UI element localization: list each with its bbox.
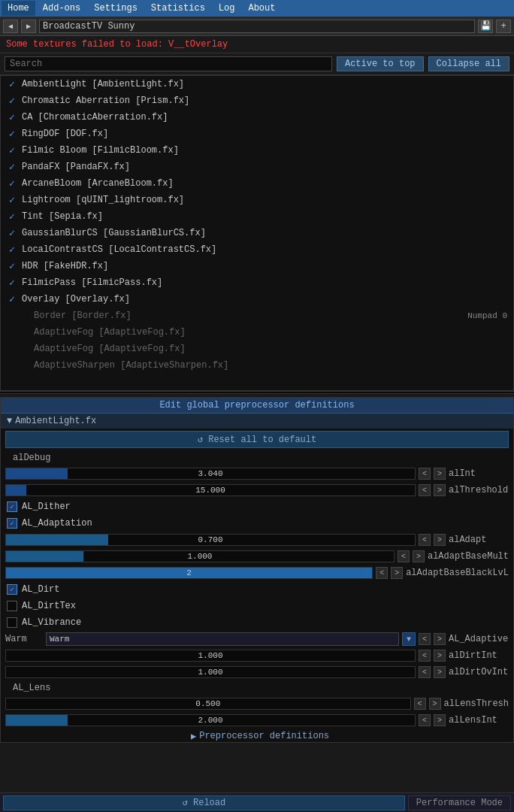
reset-button[interactable]: ↺ Reset all to default [5, 431, 509, 448]
al-adaptation-checkbox[interactable]: ✓ [7, 518, 17, 529]
effect-item[interactable]: ✓FilmicPass [FilmicPass.fx] [1, 274, 513, 291]
menu-statistics[interactable]: Statistics [145, 1, 211, 16]
alDirtOvInt-increment[interactable]: > [434, 666, 446, 678]
effect-name: Lightroom [qUINT_lightroom.fx] [22, 195, 184, 205]
effect-checkbox[interactable]: ✓ [7, 178, 17, 189]
alDirtInt-label: alDirtInt [449, 650, 509, 661]
effect-item[interactable]: Border [Border.fx]Numpad 0 [1, 308, 513, 324]
effect-item[interactable]: ✓LocalContrastCS [LocalContrastCS.fx] [1, 241, 513, 258]
effect-item[interactable]: ✓AmbientLight [AmbientLight.fx] [1, 76, 513, 92]
alDirtInt-increment[interactable]: > [434, 650, 446, 662]
effect-item[interactable]: ✓ArcaneBloom [ArcaneBloom.fx] [1, 175, 513, 192]
alThreshold-increment[interactable]: > [434, 484, 446, 496]
effect-checkbox[interactable]: ✓ [7, 195, 17, 205]
collapse-all-button[interactable]: Collapse all [428, 56, 509, 71]
fx-collapse-icon[interactable]: ▼ [7, 416, 12, 426]
alThreshold-decrement[interactable]: < [419, 484, 431, 496]
alLensThresh-value: 0.500 [6, 699, 410, 708]
al-vibrance-checkbox[interactable] [7, 617, 17, 628]
warm-dropdown[interactable]: Warm [46, 632, 399, 646]
alDirtOvInt-slider[interactable]: 1.000 [5, 666, 416, 678]
alLensInt-label: alLensInt [449, 715, 509, 726]
active-to-top-button[interactable]: Active to top [337, 56, 424, 71]
effect-checkbox[interactable] [19, 344, 29, 354]
effect-item[interactable]: ✓Chromatic Aberration [Prism.fx] [1, 92, 513, 109]
effect-item[interactable]: AdaptiveSharpen [AdaptiveSharpen.fx] [1, 357, 513, 374]
alAdapt-slider[interactable]: 0.700 [5, 534, 416, 546]
search-input[interactable] [5, 56, 332, 71]
effect-item[interactable]: AdaptiveFog [AdaptiveFog.fx] [1, 324, 513, 341]
alLensThresh-increment[interactable]: > [429, 698, 441, 710]
effect-item[interactable]: ✓CA [ChromaticAberration.fx] [1, 109, 513, 126]
alDirtInt-slider[interactable]: 1.000 [5, 650, 416, 662]
alAdapt-decrement[interactable]: < [419, 534, 431, 546]
preset-save-button[interactable]: 💾 [478, 20, 493, 33]
next-preset-button[interactable]: ▶ [21, 20, 36, 33]
preprocessor-expand-icon[interactable]: ▶ [191, 731, 196, 742]
effect-item[interactable]: ✓Filmic Bloom [FilmicBloom.fx] [1, 142, 513, 159]
alAdaptBaseBlackLvL-decrement[interactable]: < [376, 567, 388, 579]
alLensInt-increment[interactable]: > [434, 714, 446, 726]
check-mark: ✓ [9, 227, 15, 239]
effect-checkbox[interactable]: ✓ [7, 228, 17, 238]
alInt-row: 3.040 < > alInt [1, 465, 513, 482]
warm-increment[interactable]: > [434, 633, 446, 645]
effect-item[interactable]: AdaptiveFog [AdaptiveFog.fx] [1, 341, 513, 357]
alAdaptBaseMult-decrement[interactable]: < [398, 550, 410, 562]
menu-addons[interactable]: Add-ons [37, 1, 86, 16]
menu-home[interactable]: Home [2, 1, 35, 16]
alLensThresh-decrement[interactable]: < [414, 698, 426, 710]
effect-name: LocalContrastCS [LocalContrastCS.fx] [22, 244, 216, 255]
effect-item[interactable]: ✓RingDOF [DOF.fx] [1, 126, 513, 142]
warm-decrement[interactable]: < [419, 633, 431, 645]
alThreshold-slider[interactable]: 15.000 [5, 484, 416, 496]
preset-name-input[interactable] [39, 20, 475, 33]
alLensInt-slider[interactable]: 2.000 [5, 714, 416, 726]
alLensInt-decrement[interactable]: < [419, 714, 431, 726]
warm-dropdown-arrow[interactable]: ▼ [402, 632, 416, 646]
effect-checkbox[interactable]: ✓ [7, 277, 17, 288]
performance-mode-button[interactable]: Performance Mode [408, 795, 511, 810]
menu-log[interactable]: Log [213, 1, 241, 16]
preset-add-button[interactable]: + [496, 20, 511, 33]
effect-checkbox[interactable] [19, 311, 29, 321]
alInt-slider[interactable]: 3.040 [5, 468, 416, 480]
alInt-increment[interactable]: > [434, 468, 446, 480]
alDirtOvInt-decrement[interactable]: < [419, 666, 431, 678]
effect-checkbox[interactable] [19, 360, 29, 371]
alAdaptBaseMult-increment[interactable]: > [413, 550, 425, 562]
effect-item[interactable]: ✓Overlay [Overlay.fx] [1, 291, 513, 308]
alAdaptBaseMult-slider[interactable]: 1.000 [5, 550, 395, 562]
effect-checkbox[interactable]: ✓ [7, 145, 17, 156]
effect-checkbox[interactable]: ✓ [7, 211, 17, 222]
alAdaptBaseBlackLvL-slider[interactable]: 2 [5, 567, 373, 579]
effect-checkbox[interactable] [19, 327, 29, 338]
effect-item[interactable]: ✓PandaFX [PandaFX.fx] [1, 159, 513, 175]
menu-about[interactable]: About [242, 1, 281, 16]
effect-item[interactable]: ✓Tint [Sepia.fx] [1, 208, 513, 225]
alInt-decrement[interactable]: < [419, 468, 431, 480]
effect-checkbox[interactable]: ✓ [7, 261, 17, 271]
check-mark: ✓ [9, 260, 15, 272]
effect-checkbox[interactable]: ✓ [7, 79, 17, 89]
menu-settings[interactable]: Settings [88, 1, 144, 16]
effect-checkbox[interactable]: ✓ [7, 112, 17, 123]
effect-checkbox[interactable]: ✓ [7, 244, 17, 255]
prev-preset-button[interactable]: ◀ [3, 20, 18, 33]
alDirtInt-decrement[interactable]: < [419, 650, 431, 662]
alAdapt-increment[interactable]: > [434, 534, 446, 546]
al-adaptation-row: ✓ AL_Adaptation [1, 515, 513, 532]
effect-checkbox[interactable]: ✓ [7, 162, 17, 172]
al-dither-checkbox[interactable]: ✓ [7, 501, 17, 512]
alAdaptBaseBlackLvL-increment[interactable]: > [391, 567, 403, 579]
effect-item[interactable]: ✓GaussianBlurCS [GaussianBlurCS.fx] [1, 225, 513, 241]
al-dirt-checkbox[interactable]: ✓ [7, 584, 17, 595]
effect-checkbox[interactable]: ✓ [7, 129, 17, 139]
alLensThresh-slider[interactable]: 0.500 [5, 698, 411, 710]
reload-button[interactable]: ↺ Reload [3, 795, 405, 810]
effect-item[interactable]: ✓HDR [FakeHDR.fx] [1, 258, 513, 274]
effect-checkbox[interactable]: ✓ [7, 95, 17, 106]
effect-item[interactable]: ✓Lightroom [qUINT_lightroom.fx] [1, 192, 513, 208]
al-dirttex-checkbox[interactable] [7, 601, 17, 611]
effect-checkbox[interactable]: ✓ [7, 294, 17, 304]
